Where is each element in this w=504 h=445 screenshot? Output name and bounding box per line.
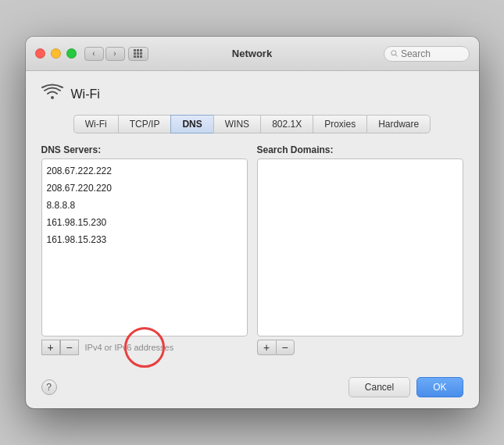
content-area: Wi-Fi Wi-Fi TCP/IP DNS WINS 802.1X Proxi…: [26, 71, 479, 368]
grid-icon: [134, 49, 143, 59]
svg-rect-6: [134, 55, 136, 58]
nav-buttons: ‹ ›: [84, 47, 125, 61]
dns-controls: + − IPv4 or IPv6 addresses: [41, 340, 248, 355]
svg-point-11: [51, 96, 54, 99]
svg-rect-0: [134, 49, 136, 52]
dns-servers-list[interactable]: 208.67.222.222 208.67.220.220 8.8.8.8 16…: [41, 158, 248, 336]
wifi-header: Wi-Fi: [41, 84, 463, 105]
wifi-label: Wi-Fi: [71, 87, 100, 101]
svg-line-10: [395, 55, 397, 56]
back-button[interactable]: ‹: [84, 47, 104, 61]
list-item: 161.98.15.230: [47, 214, 242, 231]
search-domains-panel: Search Domains: + −: [257, 144, 463, 355]
list-item: 161.98.15.233: [47, 231, 242, 248]
search-input[interactable]: [401, 48, 463, 59]
tab-tcpip[interactable]: TCP/IP: [118, 115, 171, 134]
tab-hardware[interactable]: Hardware: [366, 115, 431, 134]
ok-button[interactable]: OK: [416, 377, 463, 397]
svg-rect-1: [137, 49, 139, 52]
wifi-icon: [41, 84, 63, 105]
footer-actions: Cancel OK: [349, 377, 463, 397]
list-item: 8.8.8.8: [47, 197, 242, 214]
search-domains-list[interactable]: [257, 158, 463, 336]
search-add-button[interactable]: +: [257, 340, 276, 355]
tab-wifi[interactable]: Wi-Fi: [73, 115, 118, 134]
svg-rect-7: [137, 55, 139, 58]
list-item: 208.67.222.222: [47, 162, 242, 180]
window-title: Network: [232, 48, 272, 59]
footer: ? Cancel OK: [26, 368, 479, 408]
svg-rect-4: [137, 52, 139, 55]
tab-wins[interactable]: WINS: [213, 115, 260, 134]
dns-add-button[interactable]: +: [41, 340, 60, 355]
list-item: 208.67.220.220: [47, 180, 242, 197]
svg-point-9: [391, 51, 395, 55]
dns-servers-label: DNS Servers:: [41, 144, 248, 155]
svg-rect-3: [134, 52, 136, 55]
dns-hint-text: IPv4 or IPv6 addresses: [85, 343, 174, 352]
back-icon: ‹: [92, 49, 95, 58]
dns-panels: DNS Servers: 208.67.222.222 208.67.220.2…: [41, 144, 463, 355]
tab-dns[interactable]: DNS: [170, 115, 213, 134]
dns-remove-button[interactable]: −: [60, 340, 79, 355]
dns-servers-panel: DNS Servers: 208.67.222.222 208.67.220.2…: [41, 144, 248, 355]
search-domains-label: Search Domains:: [257, 144, 463, 155]
cancel-button[interactable]: Cancel: [349, 377, 410, 397]
titlebar: ‹ › Network: [26, 37, 479, 71]
tab-proxies[interactable]: Proxies: [313, 115, 366, 134]
help-button[interactable]: ?: [41, 379, 57, 395]
search-icon: [391, 49, 398, 58]
minimize-button[interactable]: [51, 48, 61, 59]
svg-rect-2: [140, 49, 142, 52]
traffic-lights: [35, 48, 77, 59]
tab-8021x[interactable]: 802.1X: [260, 115, 313, 134]
search-box[interactable]: [384, 46, 470, 62]
close-button[interactable]: [35, 48, 45, 59]
search-remove-button[interactable]: −: [276, 340, 295, 355]
svg-rect-5: [140, 52, 142, 55]
tabs-bar: Wi-Fi TCP/IP DNS WINS 802.1X Proxies Har…: [41, 115, 463, 134]
maximize-button[interactable]: [66, 48, 77, 59]
forward-button[interactable]: ›: [105, 47, 125, 61]
network-window: ‹ › Network: [26, 37, 479, 408]
forward-icon: ›: [113, 49, 116, 58]
grid-button[interactable]: [128, 47, 148, 61]
svg-rect-8: [140, 55, 142, 58]
search-controls: + −: [257, 340, 463, 355]
